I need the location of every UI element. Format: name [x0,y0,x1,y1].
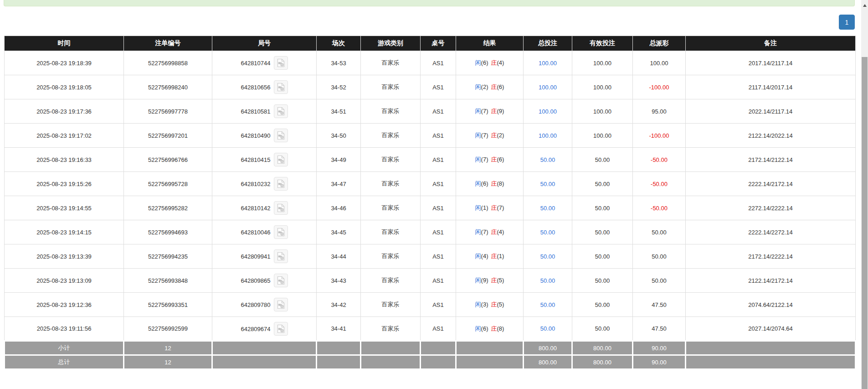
video-replay-button[interactable] [274,249,288,263]
video-replay-icon [277,83,285,92]
bet-history-table: 时间 注单编号 局号 场次 游戏类别 桌号 结果 总投注 有效投注 总派彩 备注… [4,36,856,370]
cell-table-no: AS1 [421,244,456,269]
video-replay-button[interactable] [274,56,288,70]
result-player-label: 闲 [475,108,481,114]
result-player-label: 闲 [475,301,481,308]
scrollbar-thumb[interactable] [862,57,868,389]
cell-time: 2025-08-23 19:11:56 [5,317,124,341]
grand-total-total-bet: 800.00 [524,355,572,369]
cell-time: 2025-08-23 19:13:09 [5,269,124,293]
cell-game-type: 百家乐 [361,220,421,244]
table-row: 2025-08-23 19:14:15 522756994693 6428100… [5,220,856,244]
cell-payout: 50.00 [633,220,686,244]
video-replay-button[interactable] [274,104,288,118]
pagination-page-1[interactable]: 1 [839,15,855,30]
cell-remark: 2022.14/2117.14 [686,99,856,124]
video-replay-button[interactable] [274,274,288,287]
result-banker-label: 庄 [491,83,497,90]
cell-table-no: AS1 [421,148,456,172]
cell-valid-bet: 50.00 [572,172,633,196]
header-remark: 备注 [686,36,856,51]
round-number: 642810142 [241,205,270,212]
cell-result: 闲(6)庄(8) [456,317,524,341]
cell-valid-bet: 100.00 [572,124,633,148]
cell-result: 闲(9)庄(5) [456,269,524,293]
cell-valid-bet: 50.00 [572,269,633,293]
cell-session: 34-53 [317,51,361,75]
video-replay-button[interactable] [274,298,288,311]
cell-table-no: AS1 [421,293,456,317]
cell-total-bet: 100.00 [524,75,572,99]
result-player-label: 闲 [475,228,481,235]
round-number: 642810581 [241,108,270,115]
cell-remark: 2074.64/2122.14 [686,293,856,317]
cell-session: 34-41 [317,317,361,341]
cell-game-type: 百家乐 [361,124,421,148]
scroll-up-button[interactable] [861,0,868,11]
video-replay-icon [277,276,285,285]
result-banker-score: (6) [497,156,504,163]
grand-total-label: 总计 [5,355,124,369]
cell-remark: 2172.14/2122.14 [686,148,856,172]
video-replay-button[interactable] [274,153,288,166]
result-banker-label: 庄 [491,156,497,163]
cell-time: 2025-08-23 19:12:36 [5,293,124,317]
cell-round: 642810656 [212,75,317,99]
cell-valid-bet: 50.00 [572,317,633,341]
result-banker-score: (5) [497,277,504,284]
cell-round: 642809941 [212,244,317,269]
result-banker-label: 庄 [491,277,497,284]
cell-game-type: 百家乐 [361,99,421,124]
result-banker-score: (6) [497,83,504,90]
cell-game-type: 百家乐 [361,148,421,172]
cell-payout: 50.00 [633,244,686,269]
cell-total-bet: 50.00 [524,220,572,244]
cell-payout: -100.00 [633,124,686,148]
video-replay-icon [277,58,285,67]
cell-time: 2025-08-23 19:16:33 [5,148,124,172]
result-banker-label: 庄 [491,59,497,66]
cell-payout: -50.00 [633,148,686,172]
cell-session: 34-47 [317,172,361,196]
result-player-score: (3) [481,301,488,308]
video-replay-button[interactable] [274,177,288,191]
round-number: 642809941 [241,253,270,260]
round-number: 642810744 [241,60,270,67]
cell-time: 2025-08-23 19:13:39 [5,244,124,269]
cell-round: 642810142 [212,196,317,220]
video-replay-button[interactable] [274,80,288,94]
result-banker-label: 庄 [491,325,497,332]
result-player-score: (7) [481,108,488,114]
subtotal-row: 小计 12 800.00 800.00 90.00 [5,341,856,355]
cell-game-type: 百家乐 [361,244,421,269]
cell-game-type: 百家乐 [361,317,421,341]
video-replay-icon [277,252,285,261]
cell-round: 642809780 [212,293,317,317]
result-player-score: (7) [481,132,488,139]
cell-bet-id: 522756998240 [124,75,212,99]
table-row: 2025-08-23 19:16:33 522756996766 6428104… [5,148,856,172]
video-replay-button[interactable] [274,322,288,336]
cell-remark: 2222.14/2172.14 [686,172,856,196]
cell-table-no: AS1 [421,220,456,244]
subtotal-empty-result [456,341,524,355]
result-player-score: (9) [481,277,488,284]
result-player-score: (6) [481,180,488,187]
cell-payout: -50.00 [633,172,686,196]
cell-result: 闲(2)庄(6) [456,75,524,99]
video-replay-button[interactable] [274,129,288,142]
cell-total-bet: 50.00 [524,293,572,317]
subtotal-empty-remark [686,341,856,355]
cell-session: 34-52 [317,75,361,99]
video-replay-button[interactable] [274,225,288,239]
cell-game-type: 百家乐 [361,196,421,220]
header-round: 局号 [212,36,317,51]
video-replay-button[interactable] [274,201,288,215]
subtotal-valid-bet: 800.00 [572,341,633,355]
cell-total-bet: 100.00 [524,124,572,148]
result-banker-label: 庄 [491,132,497,139]
header-game-type: 游戏类别 [361,36,421,51]
cell-time: 2025-08-23 19:14:15 [5,220,124,244]
cell-bet-id: 522756998858 [124,51,212,75]
cell-payout: 47.50 [633,293,686,317]
